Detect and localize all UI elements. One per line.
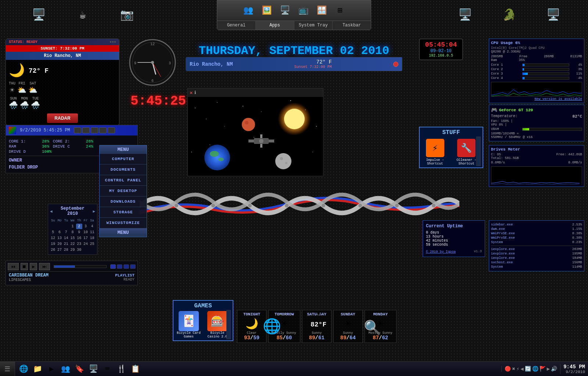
desktop-icon-monitor[interactable]: 🖥️: [29, 6, 48, 24]
cal-16[interactable]: 16: [76, 235, 82, 241]
menu-downloads[interactable]: DOWNLOADS: [100, 196, 147, 207]
cal-28[interactable]: 28: [63, 247, 69, 253]
tab-system-tray[interactable]: System Tray: [294, 21, 333, 30]
copyright-link[interactable]: © 2010 by Igpoa: [426, 250, 456, 254]
tab-general[interactable]: General: [217, 21, 256, 30]
cal-19[interactable]: 19: [50, 241, 56, 247]
media-dot-5[interactable]: [108, 127, 115, 133]
cal-prev[interactable]: ◀: [50, 209, 53, 214]
vol-dot-3[interactable]: [123, 264, 129, 269]
menu-control-panel[interactable]: CONTROL PANEL: [100, 175, 147, 186]
desktop-icon-monitor2[interactable]: 🖥️: [456, 6, 474, 24]
cal-20[interactable]: 20: [57, 241, 63, 247]
cal-27[interactable]: 27: [57, 247, 63, 253]
vol-dot-2[interactable]: [117, 264, 122, 269]
tray-icon8[interactable]: ▶: [547, 366, 550, 372]
prev-track-btn[interactable]: ⏮: [8, 263, 19, 270]
cal-9[interactable]: 9: [76, 229, 82, 235]
taskbar-app9[interactable]: 📋: [129, 363, 142, 375]
cal-21[interactable]: 21: [63, 241, 69, 247]
stuff-impulse[interactable]: ⚡ Impulse - Shortcut: [422, 139, 448, 166]
cal-8[interactable]: 8: [69, 229, 76, 235]
cal-5[interactable]: 5: [50, 229, 56, 235]
taskbar-ie[interactable]: 🌐: [17, 363, 30, 375]
media-dot-2[interactable]: [82, 127, 90, 133]
toolbar-icon-grid[interactable]: ⊞: [332, 2, 348, 19]
cal-17[interactable]: 17: [83, 235, 89, 241]
toolbar-icon-img1[interactable]: 🖼️: [258, 2, 275, 19]
cal-12[interactable]: 12: [50, 235, 56, 241]
cal-15[interactable]: 15: [69, 235, 76, 241]
taskbar-app8[interactable]: 🍴: [115, 363, 128, 375]
toolbar-icon-msn[interactable]: 👥: [240, 2, 257, 19]
solar-close-icon[interactable]: ✕: [190, 90, 193, 96]
stuff-scrollbar[interactable]: [476, 137, 481, 166]
cal-3[interactable]: 3: [83, 224, 89, 229]
next-track-btn[interactable]: ⏭: [39, 263, 50, 270]
media-dot-3[interactable]: [91, 127, 98, 133]
song-title: CARIBBEAN DREAM: [9, 273, 49, 278]
tray-icon6[interactable]: 🌐: [532, 366, 538, 372]
tray-icon1[interactable]: 🔴: [505, 366, 511, 372]
cal-11[interactable]: 11: [89, 229, 95, 235]
tray-icon2[interactable]: ✖: [512, 366, 515, 372]
cal-14[interactable]: 14: [63, 235, 69, 241]
media-dot-1[interactable]: [74, 127, 81, 133]
cal-25[interactable]: 25: [89, 241, 95, 247]
desktop-icon-camera[interactable]: 📷: [118, 6, 136, 24]
tray-icon3[interactable]: ⚡: [516, 366, 519, 372]
menu-computer[interactable]: COMPUTER: [100, 154, 147, 164]
desktop-icon-coffee[interactable]: ☕: [74, 6, 92, 24]
desktop-icon-gator[interactable]: 🐊: [500, 6, 518, 24]
new-version-link[interactable]: New version is available: [491, 97, 582, 101]
media-dot-4[interactable]: [99, 127, 107, 133]
vol-dot-1[interactable]: [110, 264, 116, 269]
start-button[interactable]: ☰: [0, 362, 15, 376]
taskbar-keyboard[interactable]: ⌨️: [101, 363, 114, 375]
cal-10[interactable]: 10: [83, 229, 89, 235]
taskbar-bookmark[interactable]: 🔖: [73, 363, 86, 375]
tab-taskbar[interactable]: Taskbar: [333, 21, 371, 30]
play-btn[interactable]: ▶: [30, 263, 37, 270]
tray-volume[interactable]: 🔊: [551, 366, 557, 372]
tab-apps[interactable]: Apps: [256, 21, 294, 30]
cal-13[interactable]: 13: [57, 235, 63, 241]
core4-label: Core 4: [491, 76, 520, 80]
taskbar-media[interactable]: ▶️: [45, 363, 58, 375]
cal-24[interactable]: 24: [83, 241, 89, 247]
stop-btn[interactable]: ⏹: [21, 263, 28, 270]
cal-1[interactable]: 1: [69, 224, 76, 229]
cal-30[interactable]: 30: [76, 247, 82, 253]
globe-icon-bottom[interactable]: 🌐: [263, 318, 281, 336]
toolbar-icon-desktop[interactable]: 🖥️: [277, 2, 293, 19]
toolbar-icon-windows[interactable]: 🪟: [313, 2, 330, 19]
cal-22[interactable]: 22: [69, 241, 76, 247]
cal-next[interactable]: ▶: [93, 209, 95, 214]
magnifier-icon[interactable]: 🔍: [364, 319, 381, 336]
cal-29[interactable]: 29: [69, 247, 76, 253]
desktop-icon-monitor3[interactable]: 🖥️: [544, 6, 562, 24]
tray-icon7[interactable]: 🚩: [539, 366, 546, 372]
menu-my-desktop[interactable]: MY DESKTOP: [100, 186, 147, 196]
cal-6[interactable]: 6: [57, 229, 63, 235]
vol-dot-4[interactable]: [130, 264, 136, 269]
cal-7[interactable]: 7: [63, 229, 69, 235]
taskbar-msn[interactable]: 👥: [59, 363, 72, 375]
tray-icon5[interactable]: 🔄: [525, 366, 531, 372]
taskbar-explorer[interactable]: 📁: [31, 363, 44, 375]
tray-icon4[interactable]: ◀: [520, 366, 523, 372]
taskbar-desktop2[interactable]: 🖥️: [87, 363, 100, 375]
menu-storage[interactable]: STORAGE: [100, 207, 147, 218]
cal-2-today[interactable]: 2: [76, 224, 82, 229]
game-bicycle-cards[interactable]: 🃏 Bicycle Card Games: [175, 311, 202, 339]
cal-18[interactable]: 18: [89, 235, 95, 241]
cal-23[interactable]: 23: [76, 241, 82, 247]
menu-documents[interactable]: DOCUMENTS: [100, 164, 147, 175]
progress-bar[interactable]: [54, 265, 107, 268]
radar-button[interactable]: RADAR: [47, 113, 78, 123]
toolbar-icon-monitor[interactable]: 📺: [295, 2, 312, 19]
cal-26[interactable]: 26: [50, 247, 56, 253]
games-scrollbar[interactable]: [226, 310, 231, 339]
menu-wincustomize[interactable]: WINCUSTOMIZE: [100, 218, 147, 228]
cal-4[interactable]: 4: [89, 224, 95, 229]
